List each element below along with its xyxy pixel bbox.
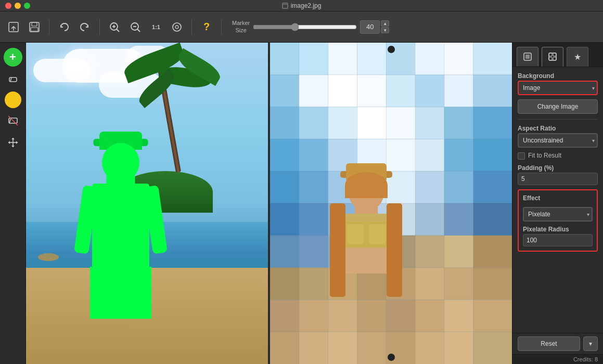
padding-label: Padding (%)	[518, 164, 598, 172]
svg-rect-102	[473, 332, 512, 364]
zoom-in-button[interactable]	[106, 19, 123, 35]
reset-dropdown-arrow-icon: ▾	[589, 340, 592, 347]
pixelate-radius-input[interactable]	[523, 235, 593, 246]
control-dot-top[interactable]	[388, 46, 395, 53]
export-button[interactable]	[5, 19, 22, 35]
torso	[92, 184, 149, 272]
move-button[interactable]	[4, 133, 22, 152]
legs	[90, 267, 151, 319]
svg-rect-84	[415, 268, 444, 300]
svg-rect-70	[473, 203, 512, 236]
spacer	[518, 256, 598, 328]
svg-rect-55	[270, 171, 299, 203]
svg-rect-71	[270, 236, 299, 268]
background-marker-button[interactable]	[5, 92, 21, 108]
svg-rect-40	[299, 107, 328, 139]
result-hair	[345, 172, 388, 198]
window-title: image2.jpg	[282, 2, 322, 9]
svg-rect-121	[525, 55, 530, 59]
svg-line-13	[137, 29, 140, 32]
svg-rect-94	[473, 300, 512, 332]
marker-slider-wrap: 40 ▲ ▼	[253, 20, 389, 34]
erase-button[interactable]	[4, 70, 22, 88]
zoom-actual-button[interactable]: 1:1	[148, 19, 164, 35]
tab-input[interactable]	[542, 47, 563, 67]
close-button[interactable]	[5, 3, 11, 9]
input-tab-icon	[548, 52, 557, 61]
zoom-out-button[interactable]	[127, 19, 144, 35]
credits-bar: Credits: 8	[512, 354, 603, 364]
marker-increment-button[interactable]: ▲	[381, 20, 389, 27]
background-select[interactable]: Image White Black Transparent	[518, 81, 598, 95]
settings-panel: ★ Background Image White Black Transpare…	[512, 43, 603, 364]
svg-rect-32	[299, 75, 328, 107]
svg-rect-76	[415, 236, 444, 268]
red-arrow-icon	[543, 43, 555, 44]
result-hair-right	[387, 203, 402, 297]
svg-rect-28	[415, 43, 444, 75]
credits-label: Credits: 8	[573, 356, 598, 362]
svg-rect-93	[444, 300, 473, 332]
green-silhouette	[79, 132, 162, 319]
control-dot-bottom[interactable]	[388, 354, 395, 361]
svg-rect-4	[30, 22, 39, 32]
svg-rect-77	[444, 236, 473, 268]
svg-point-15	[175, 25, 178, 29]
svg-rect-100	[415, 332, 444, 364]
svg-rect-35	[386, 75, 415, 107]
minimize-button[interactable]	[15, 3, 21, 9]
aspect-ratio-select[interactable]: Unconstrained 1:1 4:3 16:9	[518, 133, 598, 148]
marker-size-slider[interactable]	[253, 23, 357, 31]
reset-dropdown-button[interactable]: ▾	[583, 336, 598, 351]
aspect-ratio-section: Aspect Ratio Unconstrained 1:1 4:3 16:9 …	[518, 125, 598, 148]
svg-rect-30	[473, 43, 512, 75]
maximize-button[interactable]	[24, 3, 30, 9]
marker-decrement-button[interactable]: ▼	[381, 27, 389, 33]
panel-tabs: ★	[512, 43, 603, 67]
result-bikini-strap-right	[369, 224, 386, 244]
svg-rect-86	[473, 268, 512, 300]
svg-rect-6	[31, 28, 38, 31]
zoom-actual-label: 1:1	[152, 24, 160, 30]
tab-output[interactable]	[517, 47, 538, 67]
svg-rect-24	[299, 43, 328, 75]
svg-rect-43	[386, 107, 415, 139]
redo-button[interactable]	[76, 19, 93, 35]
svg-line-17	[10, 77, 11, 82]
svg-rect-29	[444, 43, 473, 75]
help-icon: ?	[203, 21, 210, 33]
result-bikini-top	[341, 222, 391, 250]
svg-rect-60	[415, 171, 444, 203]
fit-to-result-checkbox[interactable]	[518, 152, 525, 160]
svg-rect-37	[444, 75, 473, 107]
main-layout: +	[0, 43, 603, 364]
svg-rect-122	[549, 53, 556, 60]
panel-content: Background Image White Black Transparent…	[512, 67, 603, 333]
svg-rect-33	[328, 75, 357, 107]
add-foreground-button[interactable]: +	[4, 48, 22, 67]
svg-rect-61	[444, 171, 473, 203]
aspect-ratio-label: Aspect Ratio	[518, 125, 598, 132]
tab-favorites[interactable]: ★	[567, 47, 588, 67]
reset-button[interactable]: Reset	[518, 336, 580, 351]
padding-input[interactable]	[518, 173, 598, 185]
effect-select[interactable]: Pixelate Blur Grayscale None	[523, 207, 593, 222]
marker-value-wrap: 40 ▲ ▼	[360, 20, 389, 34]
marker-size-input[interactable]: 40	[360, 20, 380, 34]
svg-rect-53	[444, 139, 473, 171]
background-select-wrap: Image White Black Transparent ▾	[518, 81, 598, 95]
erase-background-button[interactable]	[4, 111, 22, 130]
title-bar: image2.jpg	[0, 0, 603, 11]
window-controls	[5, 3, 30, 9]
save-button[interactable]	[26, 19, 43, 35]
svg-rect-42	[357, 107, 386, 139]
svg-line-10	[117, 29, 119, 32]
svg-rect-79	[270, 268, 299, 300]
undo-button[interactable]	[56, 19, 72, 35]
zoom-fit-button[interactable]	[169, 19, 185, 35]
help-button[interactable]: ?	[198, 19, 215, 35]
fit-to-result-label: Fit to Result	[528, 152, 561, 159]
original-image-panel	[26, 43, 268, 364]
change-image-button[interactable]: Change Image	[518, 99, 598, 114]
svg-rect-0	[283, 3, 288, 8]
